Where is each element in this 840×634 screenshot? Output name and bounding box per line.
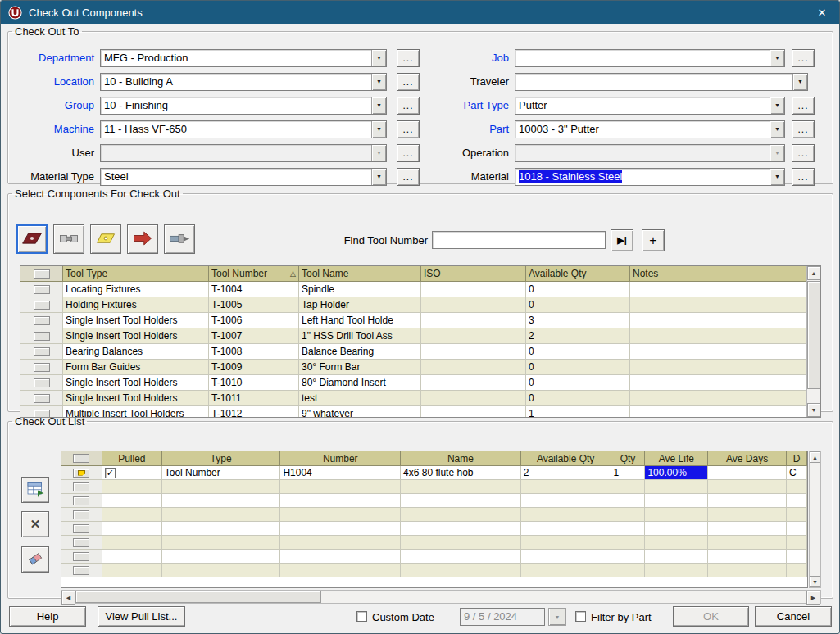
cell-qty[interactable]: 1 [611, 466, 646, 480]
ok-button[interactable]: OK [673, 606, 749, 627]
row-selector-box[interactable] [34, 301, 50, 310]
cell-empty[interactable] [708, 480, 787, 494]
scroll-down-button[interactable]: ▼ [810, 576, 820, 587]
cell-empty[interactable] [787, 494, 807, 508]
cell-available-qty[interactable]: 2 [521, 466, 611, 480]
cell-empty[interactable] [645, 508, 708, 522]
column-header-qty[interactable]: Qty [611, 451, 646, 466]
components-grid-row[interactable]: Bearing BalancesT-1008Balance Bearing0 [20, 344, 820, 360]
dropdown-arrow-icon[interactable]: ▼ [371, 97, 386, 114]
cell-empty[interactable] [708, 494, 787, 508]
components-grid-row[interactable]: Locating FixturesT-1004Spindle0 [20, 282, 820, 297]
cell-empty[interactable] [611, 564, 646, 577]
add-tool-button[interactable]: + [642, 229, 665, 251]
cell-tool-number[interactable]: T-1005 [209, 297, 299, 313]
cell-empty[interactable] [521, 536, 611, 550]
column-header-d[interactable]: D [787, 451, 807, 466]
cell-type[interactable]: Tool Number [162, 466, 281, 480]
cell-empty[interactable] [280, 536, 401, 550]
department-combo[interactable]: MFG - Production▼ [100, 49, 387, 67]
row-selector[interactable] [20, 313, 63, 328]
cell-empty[interactable] [645, 480, 708, 494]
cell-available-qty[interactable]: 0 [526, 297, 630, 313]
row-selector-box[interactable] [73, 538, 89, 547]
cell-empty[interactable] [521, 564, 611, 577]
user-combo[interactable]: ▼ [100, 144, 387, 162]
cell-empty[interactable] [162, 494, 281, 508]
cell-empty[interactable] [162, 550, 281, 564]
cell-empty[interactable] [280, 550, 401, 564]
find-tool-number-input[interactable] [432, 231, 606, 249]
checkout-list-vertical-scrollbar[interactable]: ▲ ▼ [809, 451, 821, 588]
row-selector[interactable] [20, 282, 63, 297]
column-header-tool-type[interactable]: Tool Type [63, 266, 209, 282]
cell-tool-type[interactable]: Locating Fixtures [63, 282, 209, 297]
scroll-right-button[interactable]: ▶ [806, 591, 820, 605]
scroll-up-button[interactable]: ▲ [807, 266, 820, 280]
cell-tool-name[interactable]: test [299, 391, 421, 406]
cell-tool-type[interactable]: Holding Fixtures [63, 297, 209, 313]
cell-notes[interactable] [630, 297, 808, 313]
custom-date-dropdown-button[interactable]: ▼ [548, 608, 566, 626]
cell-notes[interactable] [630, 391, 808, 406]
cell-tool-type[interactable]: Single Insert Tool Holders [63, 391, 209, 406]
dropdown-arrow-icon[interactable]: ▼ [371, 50, 386, 66]
row-selector[interactable] [61, 564, 102, 577]
checkout-list-grid[interactable]: PulledTypeNumberNameAvailable QtyQtyAve … [61, 451, 808, 588]
filter-by-part-checkbox[interactable] [575, 611, 586, 622]
cell-tool-number[interactable]: T-1010 [209, 375, 299, 391]
scroll-thumb[interactable] [75, 591, 321, 603]
row-selector-box[interactable] [34, 285, 50, 294]
cell-pulled[interactable]: ✓ [102, 466, 162, 480]
cell-empty[interactable] [521, 550, 611, 564]
row-selector[interactable] [20, 328, 63, 344]
row-selector-box[interactable] [73, 552, 89, 561]
delete-row-button[interactable]: ✕ [21, 511, 49, 537]
dropdown-arrow-icon[interactable]: ▼ [770, 121, 784, 138]
row-selector[interactable] [20, 344, 63, 360]
help-button[interactable]: Help [9, 606, 86, 627]
cell-tool-number[interactable]: T-1008 [209, 344, 299, 360]
dropdown-arrow-icon[interactable]: ▼ [770, 97, 784, 114]
filter-yellow-insert-button[interactable] [90, 224, 121, 254]
components-grid-row[interactable]: Single Insert Tool HoldersT-1006Left Han… [20, 313, 820, 328]
cell-tool-number[interactable]: T-1011 [209, 391, 299, 406]
cell-empty[interactable] [787, 508, 807, 522]
current-row-selector[interactable] [61, 466, 102, 480]
checkout-list-horizontal-scrollbar[interactable]: ◀ ▶ [61, 590, 821, 604]
dropdown-arrow-icon[interactable]: ▼ [371, 169, 386, 185]
user-browse-button[interactable]: ... [397, 144, 420, 162]
cell-iso[interactable] [421, 344, 526, 360]
cell-empty[interactable] [401, 536, 521, 550]
cell-empty[interactable] [521, 480, 611, 494]
cell-empty[interactable] [787, 550, 807, 564]
part-combo[interactable]: 10003 - 3" Putter▼ [515, 120, 785, 138]
find-next-button[interactable]: ▶| [611, 229, 633, 251]
row-selector-box[interactable] [73, 524, 89, 533]
cell-tool-type[interactable]: Single Insert Tool Holders [63, 328, 209, 344]
cell-empty[interactable] [611, 536, 646, 550]
cell-empty[interactable] [611, 494, 646, 508]
cell-empty[interactable] [708, 536, 787, 550]
column-header-number[interactable]: Number [280, 451, 401, 466]
cell-tool-number[interactable]: T-1004 [209, 282, 299, 297]
cell-empty[interactable] [280, 564, 401, 577]
row-selector[interactable] [20, 360, 63, 375]
cell-tool-name[interactable]: Left Hand Tool Holde [299, 313, 421, 328]
cell-empty[interactable] [708, 564, 787, 577]
cell-empty[interactable] [102, 550, 162, 564]
cell-empty[interactable] [611, 480, 646, 494]
scroll-left-button[interactable]: ◀ [61, 591, 75, 605]
department-browse-button[interactable]: ... [397, 49, 420, 67]
cell-available-qty[interactable]: 0 [526, 282, 630, 297]
cell-empty[interactable] [162, 564, 281, 577]
components-grid-row[interactable]: Single Insert Tool HoldersT-10071" HSS D… [20, 328, 820, 344]
cell-tool-name[interactable]: Tap Holder [299, 297, 421, 313]
group-browse-button[interactable]: ... [397, 97, 420, 115]
cell-empty[interactable] [645, 536, 708, 550]
part-browse-button[interactable]: ... [792, 120, 815, 138]
cell-tool-name[interactable]: 30° Form Bar [299, 360, 421, 375]
material-type-browse-button[interactable]: ... [397, 168, 420, 186]
row-selector[interactable] [61, 522, 102, 536]
row-selector[interactable] [20, 375, 63, 391]
